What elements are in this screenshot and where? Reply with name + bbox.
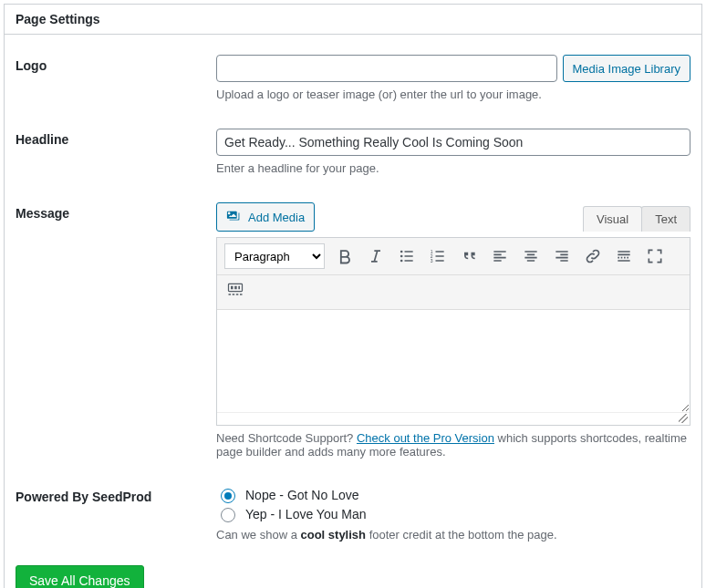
message-help: Need Shortcode Support? Check out the Pr… (216, 431, 690, 459)
logo-help: Upload a logo or teaser image (or) enter… (216, 88, 690, 101)
align-center-icon[interactable] (520, 245, 542, 267)
numbered-list-icon[interactable]: 123 (427, 245, 449, 267)
media-library-button[interactable]: Media Image Library (563, 55, 691, 82)
field-logo: Media Image Library Upload a logo or tea… (216, 55, 690, 101)
field-headline: Enter a headline for your page. (216, 129, 690, 175)
headline-help: Enter a headline for your page. (216, 161, 690, 175)
powered-help: Can we show a cool stylish footer credit… (216, 528, 690, 542)
row-powered-by: Powered By SeedProd Nope - Got No Love Y… (16, 468, 690, 551)
label-powered-by: Powered By SeedProd (16, 486, 216, 504)
panel-body: Logo Media Image Library Upload a logo o… (5, 35, 701, 588)
pro-version-link[interactable]: Check out the Pro Version (357, 431, 494, 445)
powered-help-strong: cool stylish (301, 528, 367, 542)
label-logo: Logo (16, 55, 216, 73)
editor-wrap: Paragraph 123 (216, 237, 690, 426)
radio-nope-label: Nope - Got No Love (245, 488, 359, 502)
panel-title: Page Settings (5, 5, 701, 35)
save-button[interactable]: Save All Changes (16, 565, 144, 588)
powered-help-pre: Can we show a (216, 528, 301, 542)
svg-point-2 (400, 260, 403, 263)
fullscreen-icon[interactable] (644, 245, 666, 267)
editor-top: Add Media Visual Text (216, 202, 690, 232)
bullet-list-icon[interactable] (396, 245, 418, 267)
italic-icon[interactable] (365, 245, 387, 267)
add-media-label: Add Media (248, 211, 305, 224)
add-media-button[interactable]: Add Media (216, 202, 315, 232)
bold-icon[interactable] (334, 245, 356, 267)
format-select[interactable]: Paragraph (224, 243, 325, 269)
radio-yep-row[interactable]: Yep - I Love You Man (216, 505, 690, 522)
headline-input[interactable] (216, 129, 690, 156)
page-settings-panel: Page Settings Logo Media Image Library U… (4, 4, 702, 588)
editor-resize-handle[interactable] (217, 412, 690, 425)
editor-toolbar: Paragraph 123 (217, 238, 690, 275)
field-powered-by: Nope - Got No Love Yep - I Love You Man … (216, 486, 690, 542)
tab-visual[interactable]: Visual (583, 206, 642, 232)
blockquote-icon[interactable] (458, 245, 480, 267)
row-message: Message Add Media Visual Text Par (16, 184, 690, 468)
tab-text[interactable]: Text (641, 206, 690, 232)
field-message: Add Media Visual Text Paragraph (216, 202, 690, 459)
logo-input[interactable] (216, 55, 557, 82)
message-editor[interactable] (217, 310, 690, 412)
radio-nope[interactable] (221, 489, 235, 503)
message-help-pre: Need Shortcode Support? (216, 431, 357, 445)
editor-tabs: Visual Text (584, 206, 690, 232)
row-headline: Headline Enter a headline for your page. (16, 110, 690, 184)
submit-row: Save All Changes (16, 551, 690, 588)
svg-text:3: 3 (431, 258, 433, 263)
align-left-icon[interactable] (489, 245, 511, 267)
radio-yep-label: Yep - I Love You Man (245, 507, 367, 521)
radio-yep[interactable] (221, 508, 235, 522)
editor-toolbar-row2 (217, 275, 690, 310)
toolbar-toggle-icon[interactable] (224, 279, 246, 301)
label-message: Message (16, 202, 216, 221)
svg-point-0 (400, 251, 403, 253)
media-library-label: Media Image Library (573, 62, 681, 76)
radio-nope-row[interactable]: Nope - Got No Love (216, 486, 690, 503)
align-right-icon[interactable] (551, 245, 573, 267)
powered-help-post: footer credit at the bottom the page. (366, 528, 557, 542)
label-headline: Headline (16, 129, 216, 147)
row-logo: Logo Media Image Library Upload a logo o… (16, 44, 690, 110)
read-more-icon[interactable] (613, 245, 635, 267)
link-icon[interactable] (582, 245, 604, 267)
save-button-label: Save All Changes (29, 573, 130, 588)
svg-point-1 (400, 255, 403, 258)
media-icon (226, 209, 243, 225)
